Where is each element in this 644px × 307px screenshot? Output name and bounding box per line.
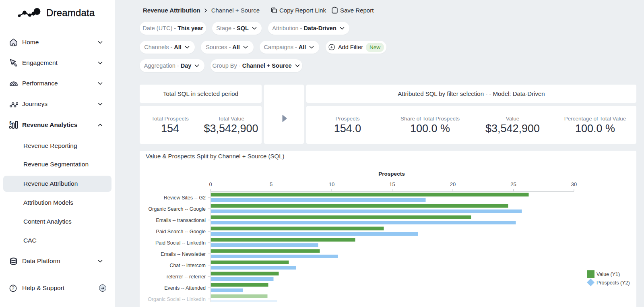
svg-text:Value (Y1): Value (Y1) (597, 272, 620, 277)
svg-text:0: 0 (209, 181, 212, 187)
svg-text:referrer -- referrer: referrer -- referrer (167, 274, 206, 280)
svg-text:20: 20 (450, 181, 456, 187)
svg-text:Emails -- transactional: Emails -- transactional (156, 218, 206, 223)
svg-text:Events -- Attended: Events -- Attended (164, 285, 206, 291)
svg-text:$: $ (9, 121, 12, 125)
svg-text:5: 5 (270, 181, 272, 187)
svg-text:Chat -- intercom: Chat -- intercom (169, 263, 206, 268)
svg-text:Organic Social -- LinkedIn: Organic Social -- LinkedIn (148, 297, 206, 302)
svg-text:Emails -- Newsletter: Emails -- Newsletter (161, 251, 206, 257)
svg-text:25: 25 (510, 181, 516, 187)
svg-text:Paid Search -- Google: Paid Search -- Google (156, 229, 206, 234)
svg-text:?: ? (12, 286, 14, 290)
svg-text:Prospects (Y2): Prospects (Y2) (597, 280, 630, 286)
svg-text:10: 10 (329, 181, 334, 187)
svg-text:Paid Social -- LinkedIn: Paid Social -- LinkedIn (155, 240, 206, 246)
svg-text:Review Sites -- G2: Review Sites -- G2 (164, 195, 206, 201)
svg-text:30: 30 (571, 181, 577, 187)
svg-text:15: 15 (389, 181, 395, 187)
svg-text:Organic Search -- Google: Organic Search -- Google (149, 206, 206, 212)
svg-text:Prospects: Prospects (378, 171, 405, 177)
